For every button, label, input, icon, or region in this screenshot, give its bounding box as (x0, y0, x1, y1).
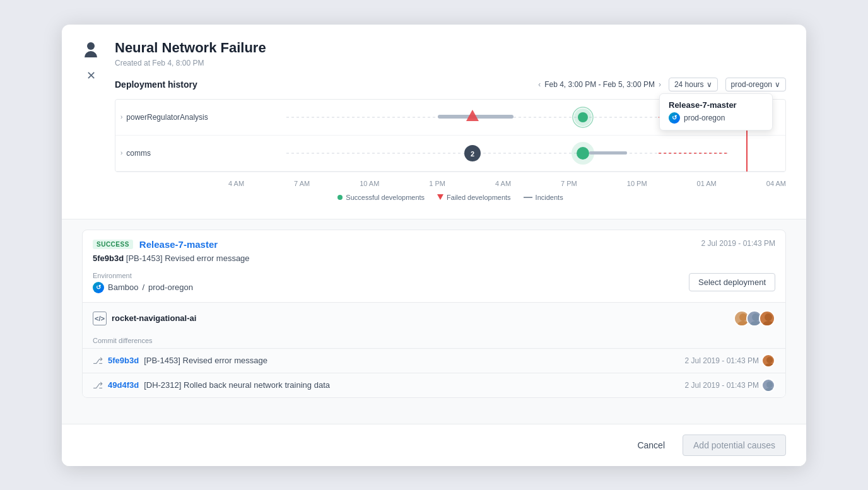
person-icon (82, 42, 100, 60)
commit-diff-right: 2 Jul 2019 - 01:43 PM (685, 378, 775, 392)
tooltip-env: ↺ prod-oregon (669, 112, 763, 124)
time-label: 7 AM (294, 180, 310, 187)
commit-message: [PB-1453] Revised error message (126, 254, 250, 263)
time-axis: 4 AM 7 AM 10 AM 1 PM 4 AM 7 PM 10 PM 01 … (115, 177, 786, 190)
commit-hash: 5fe9b3d (93, 254, 124, 263)
next-arrow[interactable]: › (659, 80, 661, 89)
time-label: 10 AM (360, 180, 379, 187)
deployment-history-title: Deployment history (115, 79, 197, 90)
commit-diff-row: ⎇ 5fe9b3d [PB-1453] Revised error messag… (83, 348, 785, 373)
prev-arrow[interactable]: ‹ (538, 80, 541, 89)
sub-card-title: </> rocket-navigational-ai (93, 312, 196, 325)
env-label: Environment (93, 272, 193, 279)
time-label: 4 AM (228, 180, 244, 187)
chevron-down-icon: ∨ (707, 80, 712, 89)
success-badge: SUCCESS (93, 240, 133, 249)
time-label: 4 AM (495, 180, 511, 187)
date-range[interactable]: ‹ Feb 4, 3:00 PM - Feb 5, 3:00 PM › (538, 80, 661, 89)
bamboo-icon: ↺ (93, 282, 104, 293)
select-deployment-button[interactable]: Select deployment (689, 273, 775, 291)
bamboo-icon: ↺ (669, 112, 680, 124)
svg-point-19 (763, 321, 774, 327)
chevron-icon[interactable]: › (120, 114, 122, 120)
tooltip-title: Release-7-master (669, 100, 763, 110)
card-header: SUCCESS Release-7-master 5fe9b3d [PB-145… (83, 230, 785, 272)
avatar (759, 310, 775, 327)
svg-point-4 (578, 112, 588, 122)
commit-diff-hash-1[interactable]: 5fe9b3d (108, 356, 139, 365)
svg-point-11 (577, 147, 589, 160)
env-value: ↺ Bamboo / prod-oregon (93, 282, 193, 293)
chart-legend: Successful developments Failed developme… (115, 190, 786, 209)
deployment-card: SUCCESS Release-7-master 5fe9b3d [PB-145… (82, 230, 786, 398)
svg-point-23 (765, 388, 775, 392)
commit-diff-msg-1: [PB-1453] Revised error message (144, 356, 267, 365)
release-name[interactable]: Release-7-master (139, 239, 218, 250)
commit-line: 5fe9b3d [PB-1453] Revised error message (93, 254, 250, 263)
bottom-section: SUCCESS Release-7-master 5fe9b3d [PB-145… (62, 219, 806, 424)
svg-point-21 (765, 363, 775, 368)
legend-dash (524, 197, 532, 198)
card-header-left: SUCCESS Release-7-master 5fe9b3d [PB-145… (93, 239, 250, 263)
deployment-controls: ‹ Feb 4, 3:00 PM - Feb 5, 3:00 PM › 24 h… (538, 78, 786, 91)
close-icon[interactable]: ✕ (86, 70, 96, 81)
git-icon: ⎇ (93, 356, 103, 366)
avatar (761, 378, 775, 392)
chart-area: Release-7-master ↺ prod-oregon › powerRe… (115, 99, 786, 172)
deployment-tooltip: Release-7-master ↺ prod-oregon (659, 93, 773, 131)
code-icon: </> (93, 312, 107, 325)
chart-wrapper: Release-7-master ↺ prod-oregon › powerRe… (115, 99, 786, 209)
time-label: 04 AM (766, 180, 786, 187)
commit-date-1: 2 Jul 2019 - 01:43 PM (685, 356, 759, 365)
bamboo-label: Bamboo (108, 283, 138, 292)
commit-diff-left: ⎇ 49d4f3d [DH-2312] Rolled back neural n… (93, 380, 330, 390)
avatar-stack (734, 310, 775, 327)
svg-point-18 (765, 313, 772, 321)
legend-triangle-red (437, 194, 443, 200)
commit-date-2: 2 Jul 2019 - 01:43 PM (685, 381, 759, 390)
add-causes-button[interactable]: Add potential causes (683, 435, 786, 456)
env-section: Environment ↺ Bamboo / prod-oregon Selec… (83, 272, 785, 302)
chart-track-comms: 2 (229, 141, 785, 166)
chart-label-power: › powerRegulatorAnalysis (115, 113, 229, 122)
env-info: Environment ↺ Bamboo / prod-oregon (93, 272, 193, 293)
time-label: 7 PM (561, 180, 577, 187)
legend-successful: Successful developments (337, 194, 425, 201)
svg-point-20 (766, 357, 773, 363)
avatar (761, 354, 775, 368)
commit-diff-label: Commit differences (83, 334, 785, 348)
date-range-label: Feb 4, 3:00 PM - Feb 5, 3:00 PM (544, 80, 655, 89)
footer: Cancel Add potential causes (62, 424, 806, 466)
commit-diff-left: ⎇ 5fe9b3d [PB-1453] Revised error messag… (93, 356, 267, 366)
chart-label-comms: › comms (115, 149, 229, 158)
commit-diff-msg-2: [DH-2312] Rolled back neural network tra… (144, 380, 330, 390)
git-icon: ⎇ (93, 380, 103, 390)
time-window-dropdown[interactable]: 24 hours ∨ (669, 78, 718, 91)
env-path: prod-oregon (148, 283, 193, 292)
time-label: 10 PM (627, 180, 647, 187)
env-separator: / (142, 283, 144, 292)
legend-dot-green (337, 195, 343, 200)
incident-subtitle: Created at Feb 4, 8:00 PM (115, 59, 786, 67)
time-label: 01 AM (697, 180, 717, 187)
chevron-down-icon: ∨ (775, 80, 780, 89)
card-date: 2 Jul 2019 - 01:43 PM (701, 239, 775, 248)
incident-title: Neural Network Failure (115, 40, 786, 56)
card-title-row: SUCCESS Release-7-master (93, 239, 250, 250)
legend-incidents: Incidents (524, 194, 563, 201)
svg-rect-12 (589, 151, 627, 155)
svg-point-22 (766, 382, 773, 388)
commit-diff-right: 2 Jul 2019 - 01:43 PM (685, 354, 775, 368)
commit-diff-row: ⎇ 49d4f3d [DH-2312] Rolled back neural n… (83, 373, 785, 397)
sub-card: </> rocket-navigational-ai (83, 302, 785, 397)
environment-dropdown[interactable]: prod-oregon ∨ (725, 78, 786, 91)
svg-text:2: 2 (471, 150, 474, 158)
cancel-button[interactable]: Cancel (627, 435, 675, 455)
time-label: 1 PM (429, 180, 445, 187)
sub-card-header: </> rocket-navigational-ai (83, 303, 785, 334)
chart-row-comms: › comms 2 (115, 136, 785, 172)
chevron-icon[interactable]: › (120, 149, 122, 156)
commit-diff-hash-2[interactable]: 49d4f3d (108, 380, 139, 390)
legend-failed: Failed developments (437, 194, 511, 201)
